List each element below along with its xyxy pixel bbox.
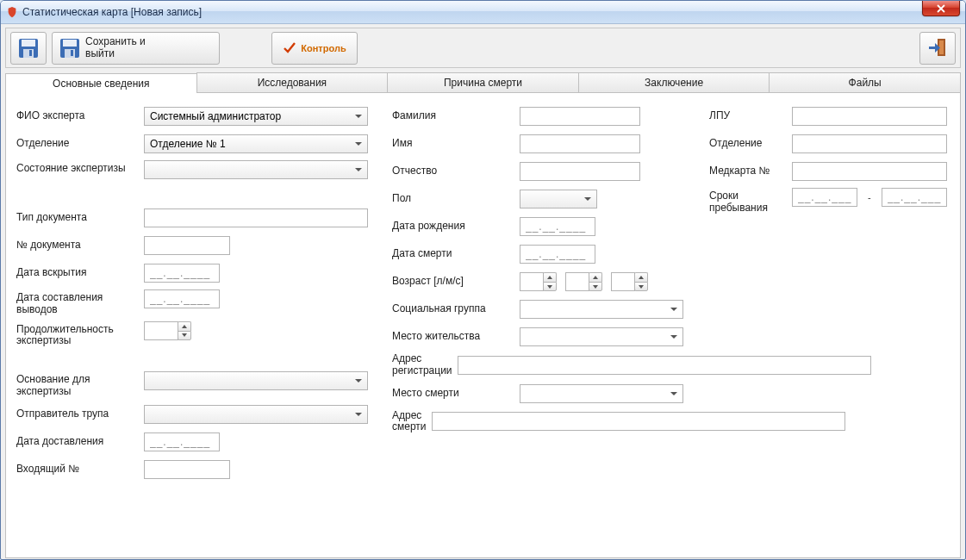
check-icon (283, 40, 296, 56)
age-label: Возраст [л/м/с] (392, 276, 520, 288)
close-button[interactable] (922, 1, 960, 16)
age-days-spinner[interactable] (611, 272, 648, 291)
delivery-date-label: Дата доставления (16, 436, 144, 448)
spin-up[interactable] (543, 272, 557, 282)
incoming-no-input[interactable] (144, 460, 230, 479)
tab-death-cause[interactable]: Причина смерти (387, 72, 579, 92)
spin-down[interactable] (543, 282, 557, 291)
surname-label: Фамилия (392, 110, 520, 122)
svg-rect-7 (71, 50, 73, 56)
name-input[interactable] (520, 134, 640, 153)
conclusion-date-label: Дата составления выводов (16, 289, 144, 316)
age-years-spinner[interactable] (520, 272, 557, 291)
tab-conclusion[interactable]: Заключение (578, 72, 770, 92)
content-panel: ФИО эксперта Системный администратор Отд… (5, 93, 961, 558)
birth-label: Дата рождения (392, 221, 520, 233)
exit-icon (926, 36, 949, 60)
sender-label: Отправитель трупа (16, 408, 144, 420)
stay-dash: - (863, 192, 876, 202)
lpu-label: ЛПУ (709, 110, 792, 122)
basis-label: Основание для экспертизы (16, 371, 144, 398)
tab-files[interactable]: Файлы (769, 72, 961, 92)
death-addr-label: Адрес смерти (392, 410, 432, 434)
expert-select[interactable]: Системный администратор (144, 107, 368, 126)
social-label: Социальная группа (392, 303, 520, 315)
tab-main-info[interactable]: Основные сведения (5, 73, 197, 94)
birth-input[interactable] (520, 217, 595, 236)
status-select[interactable] (144, 160, 368, 179)
autopsy-date-input[interactable] (144, 264, 220, 283)
duration-label: Продолжительность экспертизы (16, 321, 144, 348)
card-label: Медкарта № (709, 165, 792, 177)
doc-type-label: Тип документа (16, 212, 144, 224)
toolbar: Сохранить и выйти Контроль (5, 28, 961, 68)
reg-addr-label: Адрес регистрации (392, 353, 458, 377)
svg-rect-1 (22, 40, 35, 47)
save-button[interactable] (10, 32, 47, 65)
svg-rect-5 (63, 40, 77, 47)
save-exit-label: Сохранить и выйти (85, 36, 213, 60)
window-title: Статистическая карта [Новая запись] (22, 6, 202, 18)
tabstrip: Основные сведения Исследования Причина с… (5, 72, 961, 93)
status-label: Состояние экспертизы (16, 160, 144, 175)
department-select[interactable]: Отделение № 1 (144, 134, 368, 153)
residence-label: Место жительства (392, 331, 520, 343)
svg-rect-3 (29, 50, 32, 56)
delivery-date-input[interactable] (144, 432, 220, 451)
control-label: Контроль (301, 43, 346, 53)
app-icon (6, 6, 18, 18)
doc-no-label: № документа (16, 240, 144, 252)
expert-label: ФИО эксперта (16, 110, 144, 122)
sender-select[interactable] (144, 405, 368, 424)
doc-type-input[interactable] (144, 208, 368, 227)
patronymic-label: Отчество (392, 165, 520, 177)
social-select[interactable] (520, 300, 683, 319)
patronymic-input[interactable] (520, 162, 640, 181)
spin-up[interactable] (178, 321, 191, 331)
stay-to-input[interactable] (882, 188, 947, 207)
duration-spinner[interactable] (144, 321, 191, 340)
save-icon (59, 37, 81, 59)
svg-rect-2 (23, 49, 34, 58)
dept3-input[interactable] (792, 134, 947, 153)
basis-select[interactable] (144, 371, 368, 390)
svg-rect-6 (65, 49, 75, 58)
spin-down[interactable] (589, 282, 602, 291)
spin-up[interactable] (589, 272, 602, 282)
spin-up[interactable] (634, 272, 648, 282)
svg-rect-9 (939, 40, 944, 54)
death-label: Дата смерти (392, 248, 520, 260)
app-window: Статистическая карта [Новая запись] Сохр… (0, 0, 966, 560)
save-and-exit-button[interactable]: Сохранить и выйти (52, 32, 220, 65)
autopsy-date-label: Дата вскрытия (16, 267, 144, 279)
dept3-label: Отделение (709, 138, 792, 150)
sex-label: Пол (392, 193, 520, 205)
stay-from-input[interactable] (792, 188, 857, 207)
incoming-no-label: Входящий № (16, 464, 144, 476)
control-button[interactable]: Контроль (271, 32, 358, 65)
name-label: Имя (392, 138, 520, 150)
duration-input[interactable] (144, 321, 178, 340)
death-place-select[interactable] (520, 384, 683, 403)
stay-label: Сроки пребывания (709, 188, 792, 215)
doc-no-input[interactable] (144, 236, 230, 255)
spin-down[interactable] (178, 331, 191, 340)
conclusion-date-input[interactable] (144, 289, 220, 308)
tab-research[interactable]: Исследования (196, 72, 389, 92)
age-months-spinner[interactable] (565, 272, 602, 291)
death-place-label: Место смерти (392, 388, 520, 400)
death-input[interactable] (520, 245, 595, 264)
residence-select[interactable] (520, 327, 683, 346)
spin-down[interactable] (634, 282, 648, 291)
exit-button[interactable] (919, 32, 956, 65)
sex-select[interactable] (520, 190, 597, 208)
department-label: Отделение (16, 138, 144, 150)
titlebar: Статистическая карта [Новая запись] (1, 1, 965, 24)
card-input[interactable] (792, 162, 947, 181)
lpu-input[interactable] (792, 107, 947, 126)
save-icon (17, 37, 40, 59)
surname-input[interactable] (520, 107, 640, 126)
